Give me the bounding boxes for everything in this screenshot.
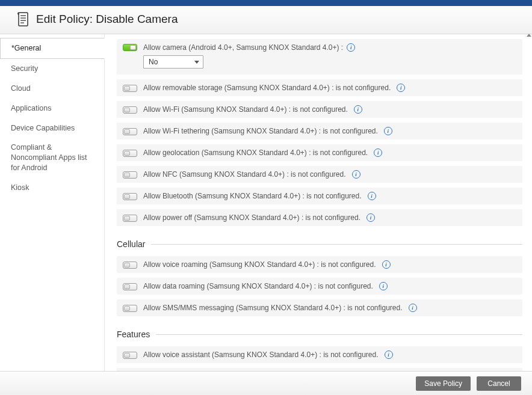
sidebar-item-label: Kiosk	[11, 183, 29, 192]
section-header-features: Features	[117, 329, 522, 339]
sidebar-item-security[interactable]: Security	[0, 59, 104, 79]
setting-row: Allow NFC (Samsung KNOX Standard 4.0+) :…	[117, 166, 522, 183]
sidebar-item-label: *General	[11, 44, 41, 52]
info-icon[interactable]: i	[385, 351, 393, 359]
section-title: Cellular	[117, 239, 145, 249]
sidebar-item-label: Applications	[11, 104, 51, 112]
page-header: Edit Policy: Disable Camera	[0, 6, 532, 34]
setting-label: Allow power off (Samsung KNOX Standard 4…	[143, 213, 360, 222]
setting-row: Allow voice assistant (Samsung KNOX Stan…	[117, 346, 522, 363]
sidebar-item-device-capabilities[interactable]: Device Capabilities	[0, 118, 104, 138]
setting-label: Allow data roaming (Samsung KNOX Standar…	[143, 282, 373, 290]
divider	[156, 334, 522, 335]
setting-row: Allow Wi-Fi (Samsung KNOX Standard 4.0+)…	[117, 101, 522, 118]
info-icon[interactable]: i	[379, 282, 388, 290]
info-icon[interactable]: i	[347, 43, 355, 52]
sidebar-item-applications[interactable]: Applications	[0, 99, 104, 118]
info-icon[interactable]: i	[368, 192, 376, 200]
toggle-switch[interactable]	[123, 44, 137, 51]
setting-label: Allow voice roaming (Samsung KNOX Standa…	[143, 260, 376, 269]
chevron-down-icon	[194, 61, 199, 64]
info-icon[interactable]: i	[384, 127, 392, 135]
setting-row: Allow removable storage (Samsung KNOX St…	[117, 79, 522, 96]
footer: Save Policy Cancel	[0, 371, 532, 395]
section-header-cellular: Cellular	[117, 239, 522, 249]
toggle-switch[interactable]	[123, 193, 137, 200]
sidebar-item-general[interactable]: *General	[0, 38, 105, 59]
section-title: Features	[117, 329, 150, 339]
sidebar: *General Security Cloud Applications Dev…	[0, 34, 105, 372]
info-icon[interactable]: i	[354, 105, 362, 114]
toggle-switch[interactable]	[123, 352, 137, 359]
setting-label: Allow SMS/MMS messaging (Samsung KNOX St…	[143, 304, 403, 312]
scroll-up-arrow-icon	[527, 34, 531, 40]
setting-row: Allow Bluetooth (Samsung KNOX Standard 4…	[117, 188, 522, 204]
info-icon[interactable]: i	[352, 170, 360, 179]
toggle-switch[interactable]	[123, 283, 137, 290]
toggle-switch[interactable]	[123, 106, 137, 114]
info-icon[interactable]: i	[367, 213, 375, 222]
svg-rect-0	[19, 13, 28, 26]
setting-label: Allow removable storage (Samsung KNOX St…	[143, 84, 391, 92]
setting-row: Allow data roaming (Samsung KNOX Standar…	[117, 278, 522, 295]
toggle-switch[interactable]	[123, 262, 137, 269]
toggle-switch[interactable]	[123, 150, 137, 157]
toggle-switch[interactable]	[123, 85, 137, 92]
setting-row: Allow camera (Android 4.0+, Samsung KNOX…	[117, 39, 522, 75]
setting-label: Allow Bluetooth (Samsung KNOX Standard 4…	[143, 192, 362, 200]
sidebar-item-label: Cloud	[11, 84, 31, 93]
cancel-button[interactable]: Cancel	[477, 376, 521, 391]
settings-panel[interactable]: Allow camera (Android 4.0+, Samsung KNOX…	[105, 34, 532, 372]
sidebar-item-cloud[interactable]: Cloud	[0, 79, 104, 99]
policy-icon	[17, 12, 30, 26]
info-icon[interactable]: i	[397, 84, 405, 92]
setting-row: Allow power off (Samsung KNOX Standard 4…	[117, 209, 522, 226]
page-title: Edit Policy: Disable Camera	[36, 13, 178, 26]
sidebar-item-kiosk[interactable]: Kiosk	[0, 178, 104, 198]
toggle-switch[interactable]	[123, 215, 137, 222]
save-policy-button[interactable]: Save Policy	[416, 376, 471, 391]
setting-row: Allow geolocation (Samsung KNOX Standard…	[117, 144, 522, 161]
select-dropdown[interactable]: No	[143, 55, 203, 69]
setting-label: Allow camera (Android 4.0+, Samsung KNOX…	[143, 43, 343, 52]
toggle-switch[interactable]	[123, 171, 137, 179]
setting-label: Allow geolocation (Samsung KNOX Standard…	[143, 149, 368, 157]
setting-label: Allow Wi-Fi tethering (Samsung KNOX Stan…	[143, 127, 378, 135]
select-value: No	[149, 58, 158, 66]
top-accent-bar	[0, 0, 532, 6]
setting-label: Allow Wi-Fi (Samsung KNOX Standard 4.0+)…	[143, 105, 348, 114]
sidebar-item-label: Device Capabilities	[11, 124, 75, 132]
sidebar-item-compliant-apps[interactable]: Compliant & Noncompliant Apps list for A…	[0, 138, 104, 178]
sidebar-item-label: Compliant & Noncompliant Apps list for A…	[11, 143, 87, 172]
setting-row: Allow Wi-Fi tethering (Samsung KNOX Stan…	[117, 123, 522, 139]
sidebar-item-label: Security	[11, 64, 38, 73]
info-icon[interactable]: i	[409, 304, 417, 312]
setting-body: Allow camera (Android 4.0+, Samsung KNOX…	[143, 43, 516, 69]
setting-row: Allow SMS/MMS messaging (Samsung KNOX St…	[117, 299, 522, 316]
divider	[151, 244, 522, 245]
toggle-switch[interactable]	[123, 305, 137, 312]
setting-row: Allow voice roaming (Samsung KNOX Standa…	[117, 256, 522, 273]
toggle-switch[interactable]	[123, 128, 137, 135]
info-icon[interactable]: i	[374, 149, 382, 157]
body: *General Security Cloud Applications Dev…	[0, 34, 532, 372]
setting-label: Allow NFC (Samsung KNOX Standard 4.0+) :…	[143, 170, 346, 179]
setting-label: Allow voice assistant (Samsung KNOX Stan…	[143, 351, 379, 359]
info-icon[interactable]: i	[382, 260, 391, 269]
